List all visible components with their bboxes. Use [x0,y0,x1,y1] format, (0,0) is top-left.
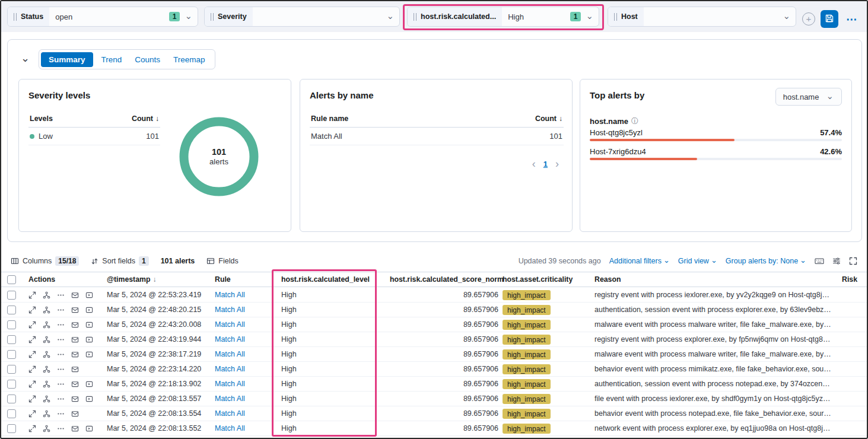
expand-alert-icon[interactable] [28,336,36,343]
investigate-timeline-icon[interactable] [71,351,79,358]
tab-treemap[interactable]: Treemap [168,52,210,67]
top-alerts-field-select[interactable]: host.name ⌄ [775,88,842,106]
investigate-timeline-icon[interactable] [71,425,79,432]
add-control-icon[interactable]: + [802,12,815,26]
analyze-event-icon[interactable] [43,410,50,418]
session-view-icon[interactable] [85,395,93,403]
column-header-risk-level[interactable]: host.risk.calculated_level [281,275,390,284]
drag-handle-icon[interactable] [14,13,17,21]
filter-status-value[interactable]: open [49,12,169,21]
investigate-timeline-icon[interactable] [71,410,79,418]
tab-trend[interactable]: Trend [97,52,127,67]
expand-alert-icon[interactable] [28,380,36,388]
more-options-icon[interactable]: ⋯ [844,14,860,25]
column-header-rule[interactable]: Rule [215,275,281,284]
more-actions-icon[interactable] [57,380,65,388]
analyze-event-icon[interactable] [43,380,50,388]
session-view-icon[interactable] [85,306,93,314]
session-view-icon[interactable] [85,351,93,358]
investigate-timeline-icon[interactable] [71,291,79,299]
collapse-chevron-icon[interactable]: ⌄ [21,52,30,65]
group-alerts-by-button[interactable]: Group alerts by: None⌄ [726,256,806,266]
count-column-header[interactable]: Count↓ [535,114,562,123]
alert-reason[interactable]: authentication, session event with proce… [594,306,832,314]
alert-reason[interactable]: authentication, session event with proce… [594,380,832,388]
alert-rule-link[interactable]: Match All [215,291,281,299]
expand-alert-icon[interactable] [28,425,36,432]
investigate-timeline-icon[interactable] [71,321,79,329]
session-view-icon[interactable] [85,336,93,343]
alert-rule-link[interactable]: Match All [215,395,281,403]
chevron-down-icon[interactable]: ⌄ [781,11,796,23]
column-header-risk-score[interactable]: host.risk.calculated_score_norm [390,275,498,284]
grid-view-button[interactable]: Grid view⌄ [678,256,717,266]
top-host-name[interactable]: Host-qtg8jc5yzl [590,128,643,137]
filter-status[interactable]: Status open 1 ⌄ [7,7,198,27]
analyze-event-icon[interactable] [43,351,50,358]
investigate-timeline-icon[interactable] [71,336,79,343]
alert-reason[interactable]: registry event with process iexlorer.exe… [594,291,832,299]
row-checkbox[interactable] [7,380,16,389]
next-page-icon[interactable]: › [555,158,559,169]
session-view-icon[interactable] [85,291,93,299]
session-view-icon[interactable] [85,380,93,388]
top-host-name[interactable]: Host-7xrig6dzu4 [590,147,646,156]
additional-filters-button[interactable]: Additional filters⌄ [609,256,670,266]
analyze-event-icon[interactable] [43,291,50,299]
alert-rule-link[interactable]: Match All [215,365,281,373]
more-actions-icon[interactable] [57,365,65,373]
drag-handle-icon[interactable] [414,13,416,21]
analyze-event-icon[interactable] [43,321,50,329]
fields-button[interactable]: Fields [206,257,238,265]
alert-reason[interactable]: malware event with process malware write… [594,320,832,329]
display-options-icon[interactable] [832,257,841,265]
row-checkbox[interactable] [7,409,16,418]
analyze-event-icon[interactable] [43,336,50,343]
alert-rule-link[interactable]: Match All [215,409,281,418]
info-icon[interactable]: ⓘ [631,116,638,126]
filter-severity[interactable]: Severity ⌄ [204,7,400,27]
alert-rule-link[interactable]: Match All [215,424,281,432]
row-checkbox[interactable] [7,306,16,314]
filter-host-risk-value[interactable]: High [502,12,570,21]
investigate-timeline-icon[interactable] [71,365,79,373]
more-actions-icon[interactable] [57,306,65,314]
analyze-event-icon[interactable] [43,425,50,432]
more-actions-icon[interactable] [57,425,65,432]
more-actions-icon[interactable] [57,321,65,329]
row-checkbox[interactable] [7,365,16,374]
count-column-header[interactable]: Count↓ [132,114,159,123]
analyze-event-icon[interactable] [43,365,50,373]
alert-reason[interactable]: file event with process iexlorer.exe, by… [594,395,832,403]
tab-summary[interactable]: Summary [41,52,93,67]
row-checkbox[interactable] [7,335,16,344]
more-actions-icon[interactable] [57,291,65,299]
alert-rule-link[interactable]: Match All [215,335,281,343]
page-number[interactable]: 1 [543,160,548,168]
alert-reason[interactable]: behavior event with process notepad.exe,… [594,409,832,418]
alert-reason[interactable]: registry event with process explorer.exe… [594,335,832,343]
drag-handle-icon[interactable] [211,13,214,21]
sort-fields-button[interactable]: Sort fields 1 [91,256,148,266]
more-actions-icon[interactable] [57,410,65,418]
row-checkbox[interactable] [7,291,16,300]
drag-handle-icon[interactable] [614,13,617,21]
keyboard-shortcuts-icon[interactable] [815,257,824,265]
alert-rule-link[interactable]: Match All [215,306,281,314]
save-button[interactable] [821,10,838,28]
chevron-down-icon[interactable]: ⌄ [183,11,198,23]
fullscreen-icon[interactable] [849,257,857,265]
more-actions-icon[interactable] [57,395,65,403]
session-view-icon[interactable] [85,425,93,432]
investigate-timeline-icon[interactable] [71,380,79,388]
row-checkbox[interactable] [7,395,16,403]
row-checkbox[interactable] [7,350,16,359]
column-header-timestamp[interactable]: @timestamp↓ [107,275,215,284]
row-checkbox[interactable] [7,320,16,329]
alert-rule-link[interactable]: Match All [215,380,281,388]
columns-button[interactable]: Columns 15/18 [11,256,79,266]
chevron-down-icon[interactable]: ⌄ [385,11,399,23]
tab-counts[interactable]: Counts [130,52,165,67]
expand-alert-icon[interactable] [28,291,36,299]
alert-reason[interactable]: malware event with process malware write… [594,350,832,358]
